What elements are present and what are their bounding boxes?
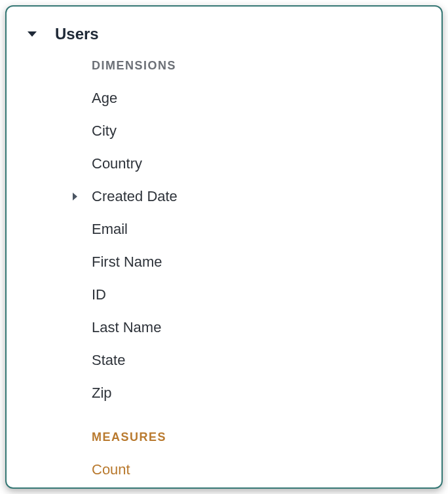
chevron-right-icon [73, 193, 77, 200]
measure-field[interactable]: Count [7, 453, 441, 486]
dimension-field[interactable]: Age [7, 82, 441, 115]
dimension-field-label: Last Name [92, 319, 161, 336]
dimension-field[interactable]: Zip [7, 377, 441, 409]
measure-field-label: Count [92, 461, 130, 478]
dimension-field-label: Email [92, 221, 128, 238]
dimension-field-label: First Name [92, 254, 162, 271]
dimension-field[interactable]: Last Name [7, 311, 441, 344]
dimension-field[interactable]: Created Date [7, 180, 441, 213]
dimensions-list: AgeCityCountryCreated DateEmailFirst Nam… [7, 82, 441, 409]
view-header[interactable]: Users [7, 25, 441, 43]
dimension-field-label: Age [92, 90, 117, 107]
dimension-field[interactable]: Country [7, 147, 441, 180]
dimension-field[interactable]: Email [7, 213, 441, 246]
dimension-field-label: Country [92, 155, 142, 172]
dimension-field[interactable]: ID [7, 278, 441, 311]
measures-section-label: MEASURES [7, 430, 441, 444]
dimension-field-label: City [92, 123, 117, 140]
field-picker-panel: Users DIMENSIONS AgeCityCountryCreated D… [5, 5, 443, 489]
field-chevron-slot [7, 193, 92, 200]
dimension-field-label: ID [92, 286, 106, 303]
dimension-field[interactable]: State [7, 344, 441, 377]
dimensions-section-label: DIMENSIONS [7, 59, 441, 73]
dimension-field[interactable]: City [7, 115, 441, 147]
chevron-down-icon [28, 31, 37, 37]
measures-list: Count [7, 453, 441, 486]
dimension-field-label: State [92, 352, 125, 369]
dimension-field-label: Zip [92, 385, 112, 402]
dimension-field[interactable]: First Name [7, 246, 441, 278]
view-title: Users [55, 25, 99, 43]
dimension-field-label: Created Date [92, 188, 177, 205]
